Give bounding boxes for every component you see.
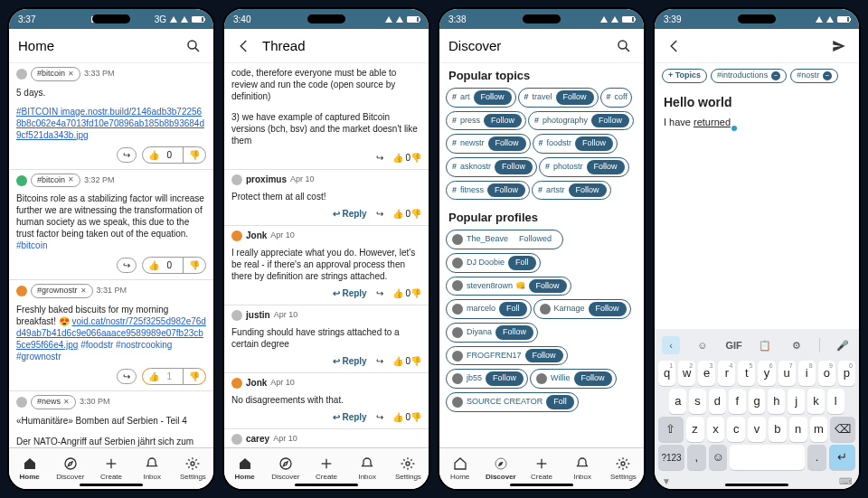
nav-discover[interactable]: Discover <box>50 448 90 489</box>
vote-widget[interactable]: 👍 0👎 <box>142 257 206 274</box>
share-icon[interactable]: ↪ <box>376 411 383 423</box>
key-g[interactable]: g <box>749 389 766 414</box>
share-icon[interactable]: ↪ <box>376 208 383 220</box>
profile-pill[interactable]: marceloFoll <box>446 299 532 319</box>
share-icon[interactable]: ↪ <box>117 147 137 163</box>
share-icon[interactable]: ↪ <box>117 258 137 273</box>
vote-widget[interactable]: 👍 0👎 <box>392 287 421 299</box>
key-x[interactable]: x <box>707 417 725 442</box>
follow-button[interactable]: Follow <box>589 302 627 316</box>
follow-button[interactable]: Follow <box>474 90 512 105</box>
kbd-settings-icon[interactable]: ⚙ <box>788 336 806 354</box>
follow-button[interactable]: Follow <box>484 114 522 128</box>
key-u[interactable]: u7 <box>778 361 796 386</box>
topic-chip[interactable]: #introductions− <box>711 69 787 83</box>
share-icon[interactable]: ↪ <box>117 369 137 384</box>
gif-icon[interactable]: GIF <box>725 336 743 354</box>
profile-pill[interactable]: SOURCE CREATORFoll <box>446 392 579 412</box>
topic-chip[interactable]: #bitcoin✕ <box>31 174 80 188</box>
compose-title-input[interactable]: Hello world <box>655 89 859 112</box>
key-k[interactable]: k <box>807 389 825 414</box>
follow-button[interactable]: Foll <box>508 256 536 270</box>
follow-button[interactable]: Followed <box>512 232 559 247</box>
follow-button[interactable]: Follow <box>591 114 629 128</box>
emoji-key[interactable]: ☺ <box>709 445 728 470</box>
reply-user[interactable]: carey <box>246 433 269 445</box>
hashtag[interactable]: #bitcoin <box>16 240 47 250</box>
key-a[interactable]: a <box>669 389 686 414</box>
backspace-key[interactable]: ⌫ <box>830 417 855 442</box>
vote-widget[interactable]: 👍 1👎 <box>142 368 206 385</box>
follow-button[interactable]: Follow <box>495 160 533 174</box>
clipboard-icon[interactable]: 📋 <box>756 336 774 354</box>
key-l[interactable]: l <box>827 389 844 414</box>
profile-pill[interactable]: DiyanaFollow <box>446 323 538 343</box>
topic-pill[interactable]: #coff <box>600 88 632 108</box>
send-icon[interactable] <box>828 35 850 57</box>
follow-button[interactable]: Follow <box>487 183 525 198</box>
nav-settings[interactable]: Settings <box>388 448 429 489</box>
topic-pill[interactable]: #newstrFollow <box>446 134 531 154</box>
shift-key[interactable]: ⇧ <box>658 417 684 442</box>
topic-pill[interactable]: #artstrFollow <box>532 181 611 201</box>
profile-pill[interactable]: The_BeaveFollowed <box>446 230 563 249</box>
reply-button[interactable]: ↩ Reply <box>333 411 367 423</box>
enter-key[interactable]: ↵ <box>829 445 855 470</box>
remove-icon[interactable]: − <box>823 71 832 80</box>
key-s[interactable]: s <box>689 389 706 414</box>
key-v[interactable]: v <box>748 417 766 442</box>
topic-pill[interactable]: #fitnessFollow <box>446 181 530 201</box>
topic-chip[interactable]: #news✕ <box>31 395 76 409</box>
nav-home[interactable]: Home <box>9 448 50 489</box>
period-key[interactable]: . <box>807 445 826 470</box>
add-topic-button[interactable]: + Topics <box>662 69 707 83</box>
key-j[interactable]: j <box>788 389 805 414</box>
key-e[interactable]: e3 <box>698 361 715 386</box>
topic-pill[interactable]: #asknostrFollow <box>446 157 537 177</box>
profile-pill[interactable]: jb55Follow <box>446 369 528 389</box>
kbd-collapse-icon[interactable]: ‹ <box>662 336 680 354</box>
key-o[interactable]: o9 <box>818 361 835 386</box>
topic-chip[interactable]: #nostr− <box>790 69 838 83</box>
reply-button[interactable]: ↩ Reply <box>333 355 367 367</box>
follow-button[interactable]: Follow <box>529 279 567 294</box>
follow-button[interactable]: Follow <box>525 349 563 363</box>
compose-body-input[interactable]: I have returned <box>655 112 859 132</box>
key-b[interactable]: b <box>769 417 787 442</box>
nav-settings[interactable]: Settings <box>173 448 213 489</box>
profile-pill[interactable]: WillieFollow <box>530 369 617 389</box>
topic-chip[interactable]: #grownostr✕ <box>31 284 93 298</box>
key-t[interactable]: t5 <box>738 361 755 386</box>
reply-button[interactable]: ↩ Reply <box>333 208 367 220</box>
key-f[interactable]: f <box>729 389 746 414</box>
topic-pill[interactable]: #pressFollow <box>446 111 526 131</box>
remove-icon[interactable]: − <box>771 71 780 80</box>
follow-button[interactable]: Follow <box>569 183 607 198</box>
topic-pill[interactable]: #travelFollow <box>518 88 599 108</box>
topic-pill[interactable]: #photographyFollow <box>528 111 634 131</box>
follow-button[interactable]: Follow <box>575 136 613 151</box>
key-m[interactable]: m <box>810 417 828 442</box>
nav-inbox[interactable]: Inbox <box>347 448 388 489</box>
reply-user[interactable]: justin <box>246 309 270 321</box>
kbd-hide-icon[interactable]: ▼ <box>662 475 671 487</box>
mic-icon[interactable]: 🎤 <box>834 336 852 354</box>
follow-button[interactable]: Follow <box>495 325 533 340</box>
key-w[interactable]: w2 <box>678 361 695 386</box>
profile-pill[interactable]: DJ DoobieFoll <box>446 253 541 273</box>
key-r[interactable]: r4 <box>718 361 735 386</box>
vote-widget[interactable]: 👍 0👎 <box>392 411 421 423</box>
back-icon[interactable] <box>664 35 685 57</box>
follow-button[interactable]: Follow <box>587 160 625 174</box>
nav-create[interactable]: Create <box>521 448 561 489</box>
follow-button[interactable]: Follow <box>556 90 594 105</box>
follow-button[interactable]: Follow <box>488 136 526 151</box>
key-z[interactable]: z <box>686 417 704 442</box>
share-icon[interactable]: ↪ <box>376 355 383 367</box>
reply-button[interactable]: ↩ Reply <box>333 287 367 299</box>
topic-chip[interactable]: #bitcoin✕ <box>31 67 80 81</box>
follow-button[interactable]: Foll <box>546 395 574 409</box>
reply-user[interactable]: proximus <box>246 174 287 185</box>
feed[interactable]: #bitcoin✕ 3:33 PM 5 days. #BITCOIN image… <box>9 63 213 447</box>
post-link[interactable]: #BITCOIN image.nostr.build/2146adb3b7225… <box>16 107 204 140</box>
